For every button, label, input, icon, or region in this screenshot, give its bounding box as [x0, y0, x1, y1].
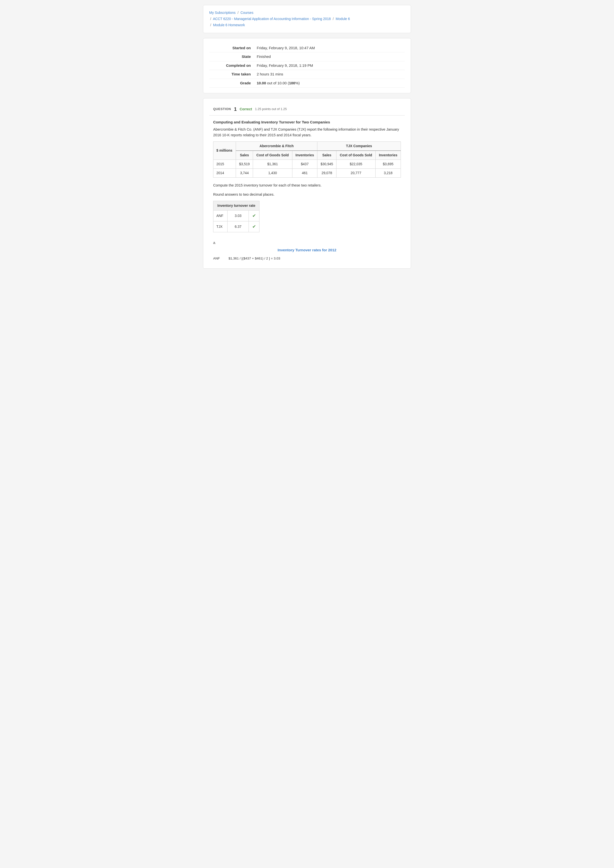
data-table: $ millions Abercrombie & Fitch TJX Compa…	[213, 141, 401, 178]
group-tjx: TJX Companies	[317, 141, 401, 150]
turnover-company: TJX	[213, 222, 227, 232]
state-label: State	[209, 53, 254, 61]
cell-tjx-inv: $3,695	[376, 160, 401, 169]
turnover-row: ANF 3.03 ✔	[213, 211, 260, 222]
cell-year: 2015	[213, 160, 236, 169]
question-title: Computing and Evaluating Inventory Turno…	[213, 119, 401, 125]
turnover-table: Inventory turnover rate ANF 3.03 ✔ TJX 6…	[213, 201, 260, 232]
compute-text2: Round answers to two decimal places.	[213, 192, 401, 197]
solution-row: ANF $1,361 / [($437 + $461) / 2 ] = 3.03	[213, 256, 401, 261]
question-label: QUESTION	[213, 107, 231, 112]
cell-anf-inv: 461	[292, 169, 317, 177]
table-row: 2014 3,744 1,430 461 29,078 20,777 3,218	[213, 169, 401, 177]
solution-title: Inventory Turnover rates for 2012	[213, 247, 401, 253]
breadcrumb-link-homework[interactable]: Module 6 Homework	[213, 23, 245, 27]
grade-row: Grade 10.00 out of 10.00 (100%)	[209, 79, 405, 88]
breadcrumb-link-module6[interactable]: Module 6	[336, 17, 350, 21]
table-row: 2015 $3,519 $1,361 $437 $30,945 $22,035 …	[213, 160, 401, 169]
cell-tjx-sales: $30,945	[317, 160, 336, 169]
correct-badge: Correct	[239, 107, 252, 112]
info-card: Started on Friday, February 9, 2018, 10:…	[203, 38, 411, 93]
breadcrumb-link-course[interactable]: ACCT 6220 - Managerial Application of Ac…	[213, 17, 331, 21]
breadcrumb-card: My Subscriptions / Courses / ACCT 6220 -…	[203, 5, 411, 33]
solution-company: ANF	[213, 256, 225, 261]
breadcrumb: My Subscriptions / Courses / ACCT 6220 -…	[209, 10, 405, 28]
col-tjx-cogs: Cost of Goods Sold	[336, 150, 376, 160]
breadcrumb-link-courses[interactable]: Courses	[240, 11, 253, 15]
completed-on-value: Friday, February 9, 2018, 1:19 PM	[254, 61, 405, 70]
group-anf: Abercrombie & Fitch	[236, 141, 317, 150]
turnover-header: Inventory turnover rate	[213, 201, 260, 211]
cell-anf-sales: $3,519	[236, 160, 253, 169]
started-on-label: Started on	[209, 44, 254, 53]
grade-value: 10.00 out of 10.00 (100%)	[254, 79, 405, 88]
cell-anf-cogs: 1,430	[253, 169, 292, 177]
table-group-header-row: $ millions Abercrombie & Fitch TJX Compa…	[213, 141, 401, 150]
turnover-check: ✔	[249, 222, 260, 232]
turnover-value: 6.37	[227, 222, 249, 232]
cell-tjx-cogs: $22,035	[336, 160, 376, 169]
question-header: QUESTION 1 Correct 1.25 points out of 1.…	[209, 103, 405, 116]
turnover-value: 3.03	[227, 211, 249, 222]
state-value: Finished	[254, 53, 405, 61]
col-anf-inv: Inventories	[292, 150, 317, 160]
points-text: 1.25 points out of 1.25	[255, 107, 287, 112]
turnover-row: TJX 6.37 ✔	[213, 222, 260, 232]
time-taken-value: 2 hours 31 mins	[254, 70, 405, 79]
started-on-row: Started on Friday, February 9, 2018, 10:…	[209, 44, 405, 53]
col-anf-cogs: Cost of Goods Sold	[253, 150, 292, 160]
cell-anf-sales: 3,744	[236, 169, 253, 177]
grade-percent: 100	[289, 81, 295, 85]
started-on-value: Friday, February 9, 2018, 10:47 AM	[254, 44, 405, 53]
solution-part-label: a.	[213, 240, 401, 245]
state-row: State Finished	[209, 53, 405, 61]
checkmark-icon: ✔	[252, 213, 256, 218]
question-card: QUESTION 1 Correct 1.25 points out of 1.…	[203, 98, 411, 269]
cell-anf-cogs: $1,361	[253, 160, 292, 169]
cell-tjx-sales: 29,078	[317, 169, 336, 177]
compute-text1: Compute the 2015 inventory turnover for …	[213, 183, 401, 188]
completed-on-row: Completed on Friday, February 9, 2018, 1…	[209, 61, 405, 70]
cell-tjx-cogs: 20,777	[336, 169, 376, 177]
info-table: Started on Friday, February 9, 2018, 10:…	[209, 44, 405, 88]
solution-section: a. Inventory Turnover rates for 2012 ANF…	[209, 236, 405, 264]
grade-out-of: 10.00	[277, 81, 287, 85]
col-millions: $ millions	[213, 141, 236, 160]
cell-year: 2014	[213, 169, 236, 177]
turnover-check: ✔	[249, 211, 260, 222]
grade-label: Grade	[209, 79, 254, 88]
solution-formula: $1,361 / [($437 + $461) / 2 ] = 3.03	[229, 256, 280, 261]
breadcrumb-link-subscriptions[interactable]: My Subscriptions	[209, 11, 236, 15]
grade-score: 10.00	[257, 81, 266, 85]
time-taken-label: Time taken	[209, 70, 254, 79]
question-number: 1	[234, 105, 237, 113]
question-body: Computing and Evaluating Inventory Turno…	[209, 119, 405, 236]
table-col-header-row: Sales Cost of Goods Sold Inventories Sal…	[213, 150, 401, 160]
question-description: Abercrombie & Fitch Co. (ANF) and TJX Co…	[213, 127, 401, 138]
turnover-company: ANF	[213, 211, 227, 222]
cell-anf-inv: $437	[292, 160, 317, 169]
col-anf-sales: Sales	[236, 150, 253, 160]
completed-on-label: Completed on	[209, 61, 254, 70]
checkmark-icon: ✔	[252, 224, 256, 229]
cell-tjx-inv: 3,218	[376, 169, 401, 177]
col-tjx-sales: Sales	[317, 150, 336, 160]
col-tjx-inv: Inventories	[376, 150, 401, 160]
time-taken-row: Time taken 2 hours 31 mins	[209, 70, 405, 79]
